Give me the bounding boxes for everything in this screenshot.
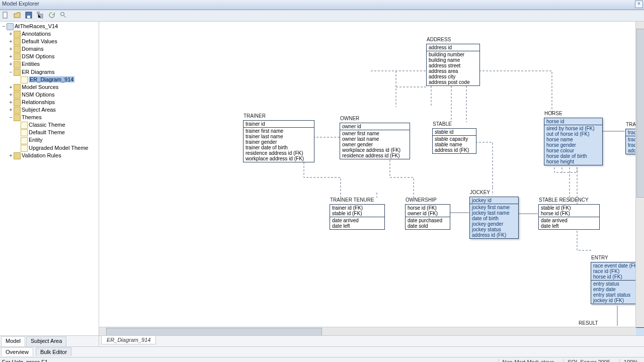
entity-pk: jockey id bbox=[470, 197, 518, 204]
entity-jockey[interactable]: JOCKEYjockey idjockey first namejockey l… bbox=[469, 197, 519, 239]
tree-root-label: AtTheRaces_V14 bbox=[15, 23, 58, 29]
tree-item[interactable]: +DSM Options bbox=[1, 53, 98, 60]
entity-title: JOCKEY bbox=[470, 190, 490, 195]
scrollbar-thumb[interactable] bbox=[106, 328, 322, 335]
entity-title: ENTRY bbox=[591, 255, 608, 260]
relationship-lines bbox=[99, 22, 644, 335]
entity-title: OWNER bbox=[340, 116, 359, 121]
entity-columns: sired by horse id (FK)out of horse id (F… bbox=[544, 125, 602, 165]
tree-item[interactable]: +NSM Options bbox=[1, 91, 98, 99]
entity-stableresidency[interactable]: STABLE RESIDENCYstable id (FK)horse id (… bbox=[538, 204, 600, 230]
horizontal-scrollbar[interactable] bbox=[99, 327, 636, 335]
tree-item[interactable]: Default Theme bbox=[1, 129, 98, 136]
entity-pk: owner id bbox=[340, 123, 410, 130]
status-server: SQL Server 2005 bbox=[563, 359, 614, 362]
entity-pk: horse id (FK)owner id (FK) bbox=[406, 205, 450, 217]
entity-trainer[interactable]: TRAINERtrainer idtrainer first nametrain… bbox=[243, 120, 314, 162]
svg-rect-0 bbox=[3, 12, 7, 18]
panel-title: Model Explorer bbox=[2, 1, 39, 7]
toolbar bbox=[0, 10, 644, 22]
diagram-canvas[interactable]: ADDRESSaddress idbuilding numberbuilding… bbox=[99, 22, 644, 335]
entity-title: TRAINER bbox=[244, 113, 266, 119]
entity-pk: stable id (FK)horse id (FK) bbox=[539, 205, 599, 217]
status-bar: For Help, press F1 Non-Mart Mod: steve S… bbox=[0, 357, 644, 362]
toolbar-save-icon[interactable] bbox=[25, 11, 34, 20]
entity-title: OWNERSHIP bbox=[406, 197, 437, 203]
svg-rect-3 bbox=[37, 12, 39, 14]
entity-title: STABLE bbox=[433, 121, 452, 127]
svg-rect-5 bbox=[41, 17, 43, 18]
diagram-tabs: ER_Diagram_914 bbox=[99, 336, 644, 346]
tab-er-diagram[interactable]: ER_Diagram_914 bbox=[101, 336, 156, 344]
tree-item[interactable]: Entity bbox=[1, 136, 98, 144]
entity-columns: date arriveddate left bbox=[330, 217, 384, 229]
entity-columns: trainer first nametrainer last nametrain… bbox=[244, 128, 314, 162]
toolbar-refresh-icon[interactable] bbox=[48, 11, 57, 20]
toolbar-new-icon[interactable] bbox=[2, 11, 11, 20]
model-explorer-tree[interactable]: −AtTheRaces_V14 +Annotations+Default Val… bbox=[0, 22, 99, 335]
entity-columns: owner first nameowner last nameowner gen… bbox=[340, 130, 410, 159]
tab-overview[interactable]: Overview bbox=[1, 347, 33, 356]
toolbar-find-icon[interactable] bbox=[59, 11, 68, 20]
svg-rect-4 bbox=[41, 14, 43, 16]
entity-title: TRAINER TENURE bbox=[330, 197, 374, 203]
entity-title: RESULT bbox=[579, 320, 598, 326]
toolbar-open-icon[interactable] bbox=[13, 11, 22, 20]
svg-point-6 bbox=[61, 13, 64, 16]
entity-columns: date arriveddate left bbox=[539, 217, 599, 229]
tree-item[interactable]: +Domains bbox=[1, 45, 98, 53]
entity-columns: building numberbuilding nameaddress stre… bbox=[427, 51, 479, 85]
tree-item[interactable]: Classic Theme bbox=[1, 121, 98, 129]
tree-item[interactable]: Upgraded Model Theme bbox=[1, 144, 98, 152]
tree-item[interactable]: +Subject Areas bbox=[1, 106, 98, 114]
tab-subject-area[interactable]: Subject Area bbox=[26, 336, 66, 346]
entity-horse[interactable]: HORSEhorse idsired by horse id (FK)out o… bbox=[544, 118, 603, 165]
entity-columns: date purchaseddate sold bbox=[406, 217, 450, 229]
sidebar-secondary-tabs: Overview Bulk Editor bbox=[0, 346, 644, 357]
tree-item[interactable]: ER_Diagram_914 bbox=[1, 76, 98, 83]
tree-item[interactable]: +Entities bbox=[1, 60, 98, 68]
entity-ownership[interactable]: OWNERSHIPhorse id (FK)owner id (FK)date … bbox=[405, 204, 450, 230]
entity-pk: horse id bbox=[544, 118, 602, 125]
svg-rect-2 bbox=[27, 16, 30, 18]
scrollbar-thumb[interactable] bbox=[636, 29, 644, 198]
entity-owner[interactable]: OWNERowner idowner first nameowner last … bbox=[340, 123, 410, 159]
status-mode: Non-Mart Mod: steve bbox=[498, 359, 558, 362]
tab-bulk-editor[interactable]: Bulk Editor bbox=[36, 347, 71, 356]
entity-title: HORSE bbox=[544, 111, 562, 116]
svg-line-7 bbox=[64, 16, 66, 18]
entity-columns: jockey first namejockey last namedate of… bbox=[470, 204, 518, 238]
tree-item[interactable]: +Model Sources bbox=[1, 83, 98, 91]
entity-pk: address id bbox=[427, 44, 479, 51]
vertical-scrollbar[interactable] bbox=[635, 22, 644, 327]
status-help-text: For Help, press F1 bbox=[2, 359, 48, 362]
close-icon[interactable]: × bbox=[635, 1, 643, 8]
tree-root[interactable]: −AtTheRaces_V14 bbox=[1, 23, 98, 30]
entity-pk: stable id bbox=[433, 129, 476, 136]
entity-pk: trainer id bbox=[244, 121, 314, 128]
status-zoom[interactable]: 100% bbox=[619, 359, 642, 362]
tree-item[interactable]: −Themes bbox=[1, 114, 98, 121]
entity-columns: stable capacitystable nameaddress id (FK… bbox=[433, 136, 476, 153]
entity-title: STABLE RESIDENCY bbox=[539, 197, 589, 203]
tree-item[interactable]: +Validation Rules bbox=[1, 152, 98, 159]
panel-titlebar: Model Explorer × bbox=[0, 0, 644, 10]
toolbar-tree-icon[interactable] bbox=[36, 11, 45, 20]
sidebar-tabs: Model Subject Area bbox=[0, 336, 99, 346]
tree-item[interactable]: +Annotations bbox=[1, 30, 98, 38]
entity-stable[interactable]: STABLEstable idstable capacitystable nam… bbox=[432, 128, 476, 154]
entity-title: ADDRESS bbox=[427, 37, 451, 42]
entity-trainertenure[interactable]: TRAINER TENUREtrainer id (FK)stable id (… bbox=[330, 204, 385, 230]
tree-item[interactable]: −ER Diagrams bbox=[1, 68, 98, 76]
entity-pk: trainer id (FK)stable id (FK) bbox=[330, 205, 384, 217]
tab-model[interactable]: Model bbox=[1, 336, 25, 346]
tree-item[interactable]: +Default Values bbox=[1, 38, 98, 45]
entity-address[interactable]: ADDRESSaddress idbuilding numberbuilding… bbox=[426, 44, 480, 86]
tree-item[interactable]: +Relationships bbox=[1, 99, 98, 106]
